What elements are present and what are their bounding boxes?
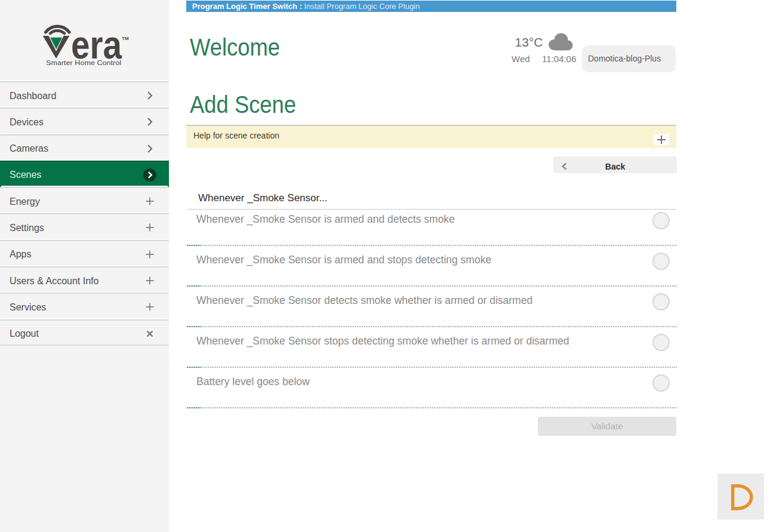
svg-text:Smarter Home Control: Smarter Home Control: [46, 59, 121, 66]
svg-text:TM: TM: [122, 36, 129, 41]
